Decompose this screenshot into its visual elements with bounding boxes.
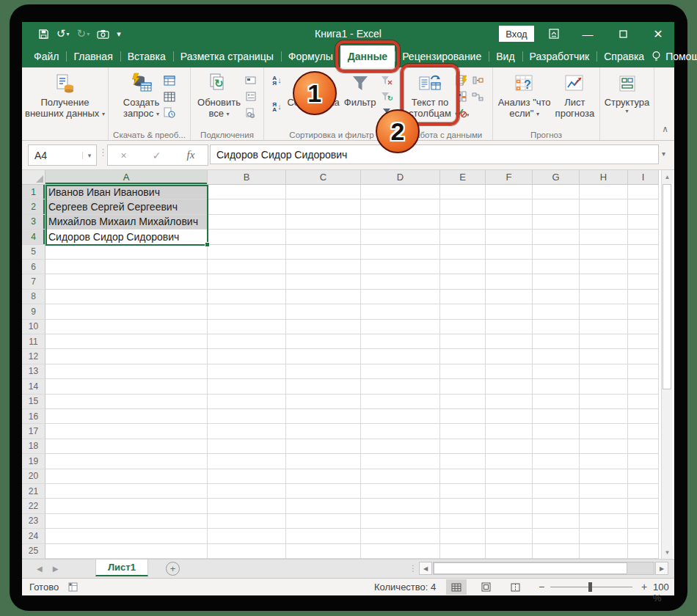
cell-A9[interactable] (45, 304, 208, 319)
cell-B6[interactable] (208, 260, 286, 274)
cell-E3[interactable] (440, 215, 486, 230)
scroll-down-icon[interactable]: ▼ (662, 546, 673, 559)
cell-H20[interactable] (580, 469, 628, 484)
row-header-11[interactable]: 11 (22, 334, 45, 349)
cell-A25[interactable] (45, 544, 208, 559)
insert-function-button[interactable]: fx (187, 149, 195, 161)
cell-I8[interactable] (628, 290, 659, 304)
cell-F22[interactable] (486, 499, 533, 513)
cell-E22[interactable] (440, 499, 486, 513)
cell-F6[interactable] (486, 260, 533, 274)
cell-I9[interactable] (628, 304, 659, 319)
cell-G13[interactable] (533, 364, 580, 379)
cell-F11[interactable] (486, 334, 533, 349)
cell-I22[interactable] (628, 499, 659, 513)
cell-B2[interactable] (208, 199, 286, 214)
view-normal-button[interactable] (446, 579, 467, 595)
tab-review[interactable]: Рецензирование (395, 45, 489, 67)
column-header-A[interactable]: A (45, 170, 208, 185)
cell-F3[interactable] (486, 215, 533, 230)
cell-G12[interactable] (533, 349, 580, 364)
cell-F20[interactable] (486, 469, 533, 484)
cell-A11[interactable] (45, 334, 208, 349)
cell-C15[interactable] (286, 395, 361, 409)
cell-C16[interactable] (286, 409, 361, 424)
cell-D12[interactable] (361, 349, 440, 364)
cell-B11[interactable] (208, 334, 286, 349)
cell-G7[interactable] (533, 274, 580, 289)
cell-E1[interactable] (440, 185, 486, 199)
cell-E2[interactable] (440, 199, 486, 214)
cell-H16[interactable] (580, 409, 628, 424)
scroll-up-icon[interactable]: ▲ (662, 170, 673, 183)
cell-G24[interactable] (533, 529, 580, 543)
cell-G5[interactable] (533, 245, 580, 260)
cell-E4[interactable] (440, 230, 486, 244)
cell-H24[interactable] (580, 529, 628, 543)
cell-A15[interactable] (45, 395, 208, 409)
zoom-out-button[interactable]: − (539, 581, 544, 593)
cell-H14[interactable] (580, 379, 628, 394)
cell-I6[interactable] (628, 260, 659, 274)
cell-D5[interactable] (361, 245, 440, 260)
tab-developer[interactable]: Разработчик (522, 45, 597, 67)
cell-B9[interactable] (208, 304, 286, 319)
cell-E14[interactable] (440, 379, 486, 394)
clear-filter-icon[interactable] (379, 73, 395, 87)
cell-G11[interactable] (533, 334, 580, 349)
cell-I13[interactable] (628, 364, 659, 379)
cell-I25[interactable] (628, 544, 659, 559)
cell-I3[interactable] (628, 215, 659, 230)
cell-E6[interactable] (440, 260, 486, 274)
cell-C24[interactable] (286, 529, 361, 543)
cell-D13[interactable] (361, 364, 440, 379)
cell-G16[interactable] (533, 409, 580, 424)
formula-input[interactable]: Сидоров Сидор Сидорович (210, 144, 659, 164)
sheet-prev-icon[interactable]: ◀ (37, 565, 43, 573)
sort-az-button[interactable]: АЯ↓ (269, 73, 285, 87)
cell-H9[interactable] (580, 304, 628, 319)
vertical-scroll-thumb[interactable] (663, 184, 671, 389)
cell-C25[interactable] (286, 544, 361, 559)
filter-button[interactable]: Фильтр (342, 70, 379, 109)
row-header-18[interactable]: 18 (22, 439, 45, 454)
cell-A5[interactable] (45, 245, 208, 260)
tab-view[interactable]: Вид (489, 45, 522, 67)
tab-file[interactable]: Файл (26, 45, 66, 67)
cell-G23[interactable] (533, 514, 580, 529)
cell-A21[interactable] (45, 484, 208, 499)
cell-F4[interactable] (486, 230, 533, 244)
row-header-3[interactable]: 3 (22, 215, 45, 230)
cell-G18[interactable] (533, 439, 580, 454)
cell-D6[interactable] (361, 260, 440, 274)
cell-F9[interactable] (486, 304, 533, 319)
cell-C2[interactable] (286, 199, 361, 214)
cell-F25[interactable] (486, 544, 533, 559)
cell-I19[interactable] (628, 454, 659, 469)
cell-A16[interactable] (45, 409, 208, 424)
cell-A19[interactable] (45, 454, 208, 469)
cell-A20[interactable] (45, 469, 208, 484)
column-header-C[interactable]: C (286, 170, 361, 185)
hscroll-splitter[interactable]: ⋮ (409, 563, 417, 573)
cell-H13[interactable] (580, 364, 628, 379)
cell-C3[interactable] (286, 215, 361, 230)
properties-icon[interactable] (243, 89, 259, 103)
cell-F24[interactable] (486, 529, 533, 543)
cell-A24[interactable] (45, 529, 208, 543)
cell-H5[interactable] (580, 245, 628, 260)
cell-A14[interactable] (45, 379, 208, 394)
row-header-19[interactable]: 19 (22, 454, 45, 469)
cell-B24[interactable] (208, 529, 286, 543)
cell-D18[interactable] (361, 439, 440, 454)
cell-C12[interactable] (286, 349, 361, 364)
tab-insert[interactable]: Вставка (120, 45, 173, 67)
cell-E20[interactable] (440, 469, 486, 484)
cell-H21[interactable] (580, 484, 628, 499)
cell-C22[interactable] (286, 499, 361, 513)
cell-C5[interactable] (286, 245, 361, 260)
cell-E18[interactable] (440, 439, 486, 454)
fill-handle[interactable] (205, 242, 210, 247)
cell-H3[interactable] (580, 215, 628, 230)
cell-A1[interactable]: Иванов Иван Иванович (45, 185, 208, 199)
